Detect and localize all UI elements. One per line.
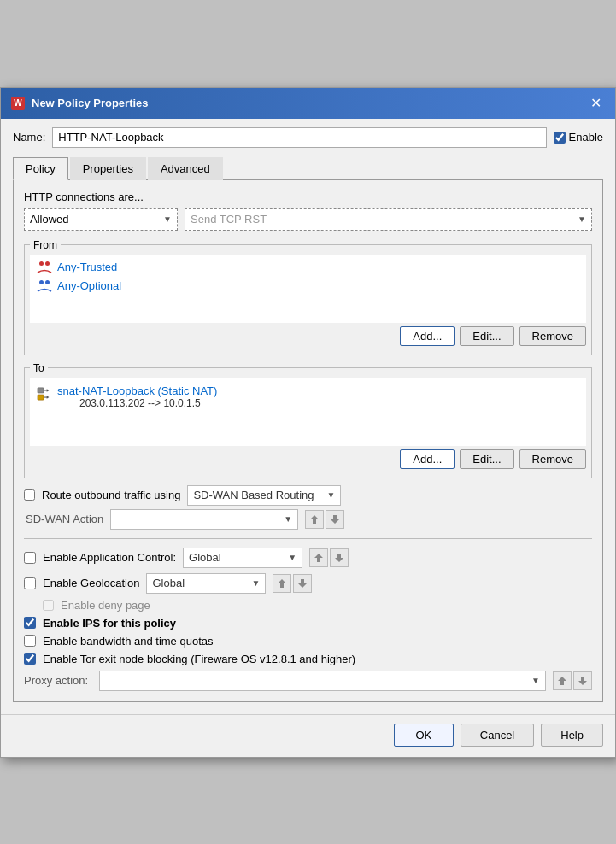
from-trusted-text: Any-Trusted: [57, 261, 117, 273]
to-edit-button[interactable]: Edit...: [460, 449, 513, 469]
enable-label: Enable: [569, 131, 603, 144]
sdwan-action-icon-1[interactable]: [305, 510, 324, 529]
app-control-checkbox[interactable]: [24, 552, 36, 564]
proxy-action-label: Proxy action:: [24, 674, 92, 687]
to-entry-list: snat-NAT-Loopback (Static NAT) 203.0.113…: [30, 378, 586, 446]
sdwan-action-label: SD-WAN Action: [26, 513, 103, 525]
svg-rect-0: [39, 261, 44, 266]
deny-page-checkbox[interactable]: [43, 600, 54, 611]
proxy-action-arrow: ▼: [531, 676, 540, 685]
app-control-global-select[interactable]: Global ▼: [183, 548, 302, 568]
ok-button[interactable]: OK: [394, 724, 454, 747]
svg-marker-9: [47, 396, 50, 399]
deny-page-label: Enable deny page: [61, 599, 150, 612]
svg-rect-1: [45, 261, 50, 266]
snat-details: snat-NAT-Loopback (Static NAT) 203.0.113…: [57, 384, 217, 409]
geolocation-global-value: Global: [152, 577, 185, 589]
svg-rect-2: [39, 280, 44, 284]
sdwan-action-icon-2[interactable]: [326, 510, 344, 529]
geolocation-icon-2[interactable]: [293, 574, 312, 593]
svg-rect-5: [38, 394, 44, 399]
to-legend: To: [30, 362, 48, 374]
sdwan-action-select[interactable]: ▼: [110, 509, 298, 530]
close-button[interactable]: ✕: [586, 94, 605, 113]
dialog-footer: OK Cancel Help: [1, 714, 615, 757]
to-entry-snat[interactable]: snat-NAT-Loopback (Static NAT) 203.0.113…: [33, 381, 583, 411]
dialog-window: W New Policy Properties ✕ Name: Enable P…: [0, 87, 616, 758]
bandwidth-label: Enable bandwidth and time quotas: [43, 635, 213, 648]
optional-icon: [37, 278, 52, 294]
from-section-buttons: Add... Edit... Remove: [30, 323, 586, 349]
tab-advanced[interactable]: Advanced: [148, 157, 223, 180]
geolocation-checkbox[interactable]: [24, 577, 36, 589]
app-control-label: Enable Application Control:: [43, 551, 176, 564]
proxy-action-row: Proxy action: ▼: [24, 671, 592, 691]
bandwidth-checkbox[interactable]: [24, 635, 36, 647]
http-controls: Allowed ▼ Send TCP RST ▼: [24, 208, 592, 231]
from-entry-list: Any-Trusted Any-Optional: [30, 255, 586, 323]
tab-policy[interactable]: Policy: [13, 157, 68, 180]
title-bar-left: W New Policy Properties: [11, 97, 149, 110]
geolocation-global-arrow: ▼: [252, 578, 261, 588]
name-row: Name: Enable: [13, 127, 603, 148]
from-entry-trusted[interactable]: Any-Trusted: [33, 258, 583, 277]
geolocation-icon-1[interactable]: [273, 574, 291, 593]
from-section: From Any-Trusted: [24, 239, 592, 355]
title-bar: W New Policy Properties ✕: [1, 88, 615, 119]
http-action-select[interactable]: Allowed ▼: [24, 208, 178, 231]
geolocation-label: Enable Geolocation: [43, 577, 139, 589]
geolocation-global-select[interactable]: Global ▼: [146, 573, 266, 594]
to-add-button[interactable]: Add...: [400, 449, 455, 469]
tor-checkbox[interactable]: [24, 653, 36, 665]
svg-marker-8: [47, 389, 50, 392]
help-button[interactable]: Help: [541, 724, 603, 747]
http-connections-row: HTTP connections are... Allowed ▼ Send T…: [24, 190, 592, 231]
tor-label: Enable Tor exit node blocking (Fireware …: [43, 653, 355, 665]
tab-bar: Policy Properties Advanced: [13, 156, 603, 180]
bandwidth-row: Enable bandwidth and time quotas: [24, 635, 592, 648]
from-add-button[interactable]: Add...: [400, 326, 455, 346]
app-control-icon-1[interactable]: [309, 548, 328, 567]
tcp-rst-arrow: ▼: [578, 214, 586, 224]
app-control-global-value: Global: [189, 551, 221, 564]
from-legend: From: [30, 239, 61, 251]
trusted-icon: [37, 260, 52, 275]
from-edit-button[interactable]: Edit...: [460, 326, 513, 346]
from-remove-button[interactable]: Remove: [519, 326, 586, 346]
app-icon: W: [11, 97, 25, 110]
snat-name: snat-NAT-Loopback (Static NAT): [57, 384, 217, 397]
route-outbound-checkbox[interactable]: [24, 489, 35, 501]
proxy-action-icon-1[interactable]: [553, 671, 572, 690]
proxy-action-icon-2[interactable]: [573, 671, 592, 690]
name-input[interactable]: [52, 127, 546, 148]
geolocation-icons: [273, 574, 312, 593]
enable-checkbox[interactable]: [554, 132, 566, 144]
geolocation-row: Enable Geolocation Global ▼: [24, 573, 592, 594]
http-action-arrow: ▼: [163, 214, 172, 224]
route-outbound-label: Route outbound traffic using: [42, 489, 180, 501]
dialog-title: New Policy Properties: [32, 97, 149, 109]
tab-policy-content: HTTP connections are... Allowed ▼ Send T…: [13, 180, 603, 702]
tor-row: Enable Tor exit node blocking (Fireware …: [24, 653, 592, 665]
app-control-icon-2[interactable]: [330, 548, 349, 567]
svg-rect-3: [45, 280, 50, 284]
cancel-button[interactable]: Cancel: [461, 724, 534, 747]
proxy-action-select[interactable]: ▼: [99, 671, 546, 691]
tab-properties[interactable]: Properties: [70, 157, 146, 180]
ips-checkbox[interactable]: [24, 617, 36, 629]
name-label: Name:: [13, 131, 45, 144]
svg-rect-4: [38, 387, 44, 392]
tcp-rst-select[interactable]: Send TCP RST ▼: [185, 208, 592, 231]
dialog-content: Name: Enable Policy Properties Advanced …: [1, 119, 615, 714]
ips-label: Enable IPS for this policy: [43, 617, 176, 630]
sdwan-routing-value: SD-WAN Based Routing: [193, 489, 314, 501]
sdwan-routing-arrow: ▼: [326, 490, 335, 500]
to-section-buttons: Add... Edit... Remove: [30, 446, 586, 472]
sdwan-routing-select[interactable]: SD-WAN Based Routing ▼: [187, 485, 341, 506]
from-entry-optional[interactable]: Any-Optional: [33, 277, 583, 296]
to-section: To: [24, 362, 592, 478]
route-outbound-row: Route outbound traffic using SD-WAN Base…: [24, 485, 592, 506]
http-connections-label: HTTP connections are...: [24, 190, 592, 203]
to-remove-button[interactable]: Remove: [519, 449, 586, 469]
tcp-rst-value: Send TCP RST: [191, 213, 267, 226]
